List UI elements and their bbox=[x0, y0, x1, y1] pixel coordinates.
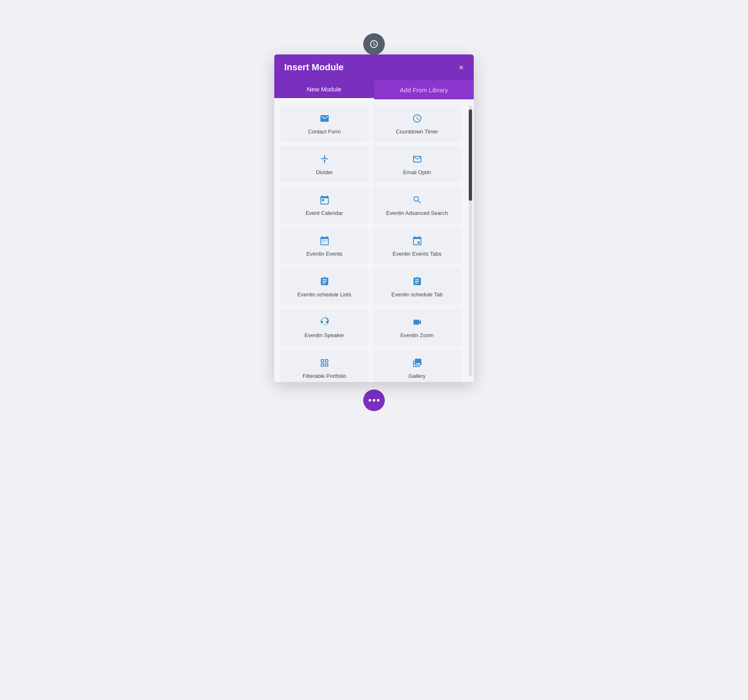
module-label-gallery: Gallery bbox=[408, 373, 426, 380]
divider-icon bbox=[320, 154, 330, 166]
countdown-timer-icon bbox=[412, 113, 422, 125]
module-label-event-calendar: Event Calendar bbox=[306, 210, 343, 217]
module-item-eventin-schedule-lists[interactable]: Eventin schedule Lists bbox=[280, 268, 369, 305]
module-item-eventin-advanced-search[interactable]: Eventin Advanced Search bbox=[373, 187, 461, 223]
module-label-eventin-events-tabs: Eventin Events Tabs bbox=[393, 251, 442, 258]
dot-3 bbox=[377, 399, 379, 402]
modal-tabs: New Module Add From Library bbox=[274, 80, 474, 99]
module-item-eventin-zoom[interactable]: Eventin Zoom bbox=[373, 309, 461, 345]
module-item-event-calendar[interactable]: Event Calendar bbox=[280, 187, 369, 223]
module-item-eventin-events[interactable]: Eventin Events bbox=[280, 227, 369, 264]
module-label-contact-form: Contact Form bbox=[308, 128, 341, 136]
filterable-portfolio-icon bbox=[320, 358, 330, 370]
module-label-filterable-portfolio: Filterable Portfolio bbox=[303, 373, 346, 380]
insert-module-modal: Insert Module × New Module Add From Libr… bbox=[274, 54, 474, 382]
eventin-advanced-search-icon bbox=[412, 195, 422, 207]
module-item-contact-form[interactable]: Contact Form bbox=[280, 105, 369, 142]
modal-title: Insert Module bbox=[284, 62, 344, 73]
module-item-filterable-portfolio[interactable]: Filterable Portfolio bbox=[280, 350, 369, 382]
clock-icon bbox=[369, 39, 379, 49]
module-label-eventin-schedule-tab: Eventin schedule Tab bbox=[391, 291, 443, 298]
eventin-events-tabs-icon bbox=[412, 236, 422, 247]
module-label-eventin-zoom: Eventin Zoom bbox=[400, 332, 433, 339]
eventin-events-icon bbox=[320, 236, 330, 247]
eventin-zoom-icon bbox=[412, 317, 422, 329]
module-item-gallery[interactable]: Gallery bbox=[373, 350, 461, 382]
module-item-eventin-schedule-tab[interactable]: Eventin schedule Tab bbox=[373, 268, 461, 305]
module-item-email-optin[interactable]: Email Optin bbox=[373, 146, 461, 182]
dot-2 bbox=[373, 399, 375, 402]
gallery-icon bbox=[412, 358, 422, 370]
tab-add-from-library[interactable]: Add From Library bbox=[374, 80, 474, 99]
scrollbar-track[interactable] bbox=[469, 105, 472, 376]
tab-new-module[interactable]: New Module bbox=[274, 80, 374, 99]
module-label-eventin-events: Eventin Events bbox=[306, 251, 342, 258]
eventin-schedule-tab-icon bbox=[412, 276, 422, 288]
module-label-eventin-advanced-search: Eventin Advanced Search bbox=[386, 210, 448, 217]
eventin-schedule-lists-icon bbox=[320, 276, 330, 288]
module-label-divider: Divider bbox=[316, 169, 332, 176]
contact-form-icon bbox=[320, 113, 330, 125]
page-wrapper: Insert Module × New Module Add From Libr… bbox=[0, 33, 748, 411]
modal-close-button[interactable]: × bbox=[459, 63, 464, 71]
top-history-button[interactable] bbox=[363, 33, 385, 55]
module-item-eventin-speaker[interactable]: Eventin Speaker bbox=[280, 309, 369, 345]
event-calendar-icon bbox=[320, 195, 330, 207]
module-grid-wrapper: Contact FormCountdown TimerDividerEmail … bbox=[274, 99, 474, 382]
module-item-countdown-timer[interactable]: Countdown Timer bbox=[373, 105, 461, 142]
dot-1 bbox=[369, 399, 371, 402]
scrollbar-thumb[interactable] bbox=[469, 109, 472, 201]
modal-header: Insert Module × bbox=[274, 54, 474, 80]
bottom-more-options-button[interactable] bbox=[363, 389, 385, 411]
module-label-eventin-speaker: Eventin Speaker bbox=[305, 332, 344, 339]
module-item-eventin-events-tabs[interactable]: Eventin Events Tabs bbox=[373, 227, 461, 264]
module-label-eventin-schedule-lists: Eventin schedule Lists bbox=[298, 291, 351, 298]
email-optin-icon bbox=[412, 154, 422, 166]
module-item-divider[interactable]: Divider bbox=[280, 146, 369, 182]
eventin-speaker-icon bbox=[320, 317, 330, 329]
module-grid: Contact FormCountdown TimerDividerEmail … bbox=[274, 99, 467, 382]
module-label-countdown-timer: Countdown Timer bbox=[396, 128, 438, 136]
module-label-email-optin: Email Optin bbox=[403, 169, 431, 176]
